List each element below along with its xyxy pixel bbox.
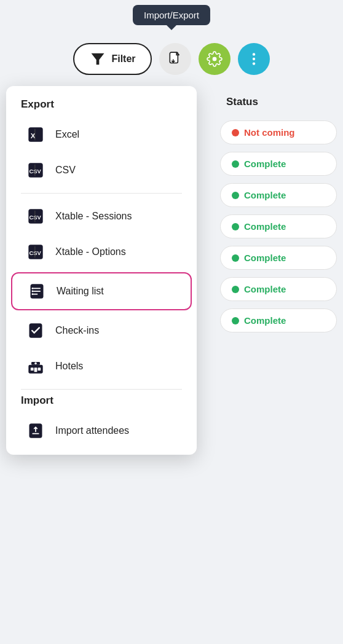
- tooltip-label: Import/Export: [144, 10, 199, 20]
- divider-2: [21, 389, 182, 390]
- csv-icon: CSV: [26, 160, 45, 180]
- dot-green-6: [232, 317, 239, 324]
- status-label-not-coming: Not coming: [244, 127, 295, 138]
- svg-point-5: [252, 62, 254, 65]
- dot-green-5: [232, 286, 239, 293]
- status-badge-complete-4: Complete: [220, 246, 337, 270]
- toolbar: Filter: [0, 43, 343, 75]
- xtable-options-label: Xtable - Options: [55, 246, 126, 257]
- xtable-sessions-icon: CSV: [26, 206, 45, 226]
- status-badge-complete-3: Complete: [220, 214, 337, 238]
- status-badge-complete-5: Complete: [220, 277, 337, 301]
- hotels-icon: [26, 356, 45, 376]
- waiting-list-label: Waiting list: [57, 286, 104, 297]
- svg-rect-29: [38, 367, 41, 371]
- svg-text:CSV: CSV: [30, 250, 42, 256]
- status-label-complete-4: Complete: [244, 253, 286, 263]
- dot-green-4: [232, 254, 239, 262]
- dropdown-menu: Export X Excel CSV CSV CSV: [6, 86, 197, 455]
- svg-point-23: [32, 291, 34, 293]
- svg-point-3: [252, 53, 254, 55]
- more-options-button[interactable]: [238, 43, 270, 75]
- status-badge-complete-2: Complete: [220, 183, 337, 207]
- dot-green-3: [232, 223, 239, 230]
- hotels-label: Hotels: [55, 361, 83, 372]
- download-file-icon: [167, 51, 183, 67]
- menu-item-csv[interactable]: CSV CSV: [11, 152, 192, 188]
- svg-rect-28: [31, 367, 34, 371]
- svg-point-22: [32, 288, 34, 289]
- dots-vertical-icon: [246, 51, 262, 67]
- import-export-tooltip: Import/Export: [133, 5, 210, 25]
- dot-red: [232, 129, 239, 136]
- status-label-complete-2: Complete: [244, 190, 286, 200]
- filter-button[interactable]: Filter: [73, 43, 151, 75]
- status-label-complete-3: Complete: [244, 221, 286, 232]
- waiting-list-icon: [27, 281, 47, 301]
- import-section-label: Import: [6, 395, 197, 413]
- status-badge-not-coming: Not coming: [220, 120, 337, 144]
- menu-item-xtable-options[interactable]: CSV Xtable - Options: [11, 234, 192, 270]
- gear-icon: [207, 51, 223, 67]
- check-ins-label: Check-ins: [55, 325, 99, 336]
- status-label-complete-5: Complete: [244, 284, 286, 294]
- menu-item-waiting-list[interactable]: Waiting list: [11, 272, 192, 310]
- status-label-complete-6: Complete: [244, 315, 286, 326]
- import-export-button[interactable]: [159, 43, 191, 75]
- divider-1: [21, 193, 182, 194]
- export-section-label: Export: [6, 98, 197, 117]
- svg-text:CSV: CSV: [30, 168, 42, 175]
- status-label-complete-1: Complete: [244, 159, 286, 169]
- import-attendees-icon: [26, 421, 45, 441]
- csv-label: CSV: [55, 165, 76, 176]
- svg-rect-30: [34, 367, 37, 372]
- svg-point-4: [252, 58, 254, 60]
- dot-green-1: [232, 160, 239, 168]
- menu-item-check-ins[interactable]: Check-ins: [11, 313, 192, 348]
- filter-label: Filter: [111, 53, 135, 65]
- dot-green-2: [232, 192, 239, 199]
- check-ins-icon: [26, 321, 45, 340]
- status-header: Status: [220, 86, 337, 120]
- excel-label: Excel: [55, 129, 79, 140]
- import-attendees-label: Import attendees: [55, 425, 129, 436]
- menu-item-xtable-sessions[interactable]: CSV Xtable - Sessions: [11, 198, 192, 234]
- xtable-sessions-label: Xtable - Sessions: [55, 211, 132, 222]
- xtable-options-icon: CSV: [26, 242, 45, 262]
- svg-point-31: [34, 363, 37, 365]
- status-badge-complete-1: Complete: [220, 152, 337, 176]
- filter-icon: [89, 50, 106, 68]
- svg-text:CSV: CSV: [30, 214, 42, 221]
- svg-point-24: [32, 293, 34, 295]
- menu-item-hotels[interactable]: Hotels: [11, 348, 192, 384]
- svg-marker-0: [92, 53, 104, 65]
- menu-item-import-attendees[interactable]: Import attendees: [11, 413, 192, 449]
- status-column: Status Not coming Complete Complete Comp…: [214, 86, 343, 340]
- svg-point-2: [212, 57, 216, 61]
- menu-item-excel[interactable]: X Excel: [11, 117, 192, 152]
- settings-button[interactable]: [199, 43, 231, 75]
- excel-icon: X: [26, 125, 45, 144]
- status-badge-complete-6: Complete: [220, 308, 337, 332]
